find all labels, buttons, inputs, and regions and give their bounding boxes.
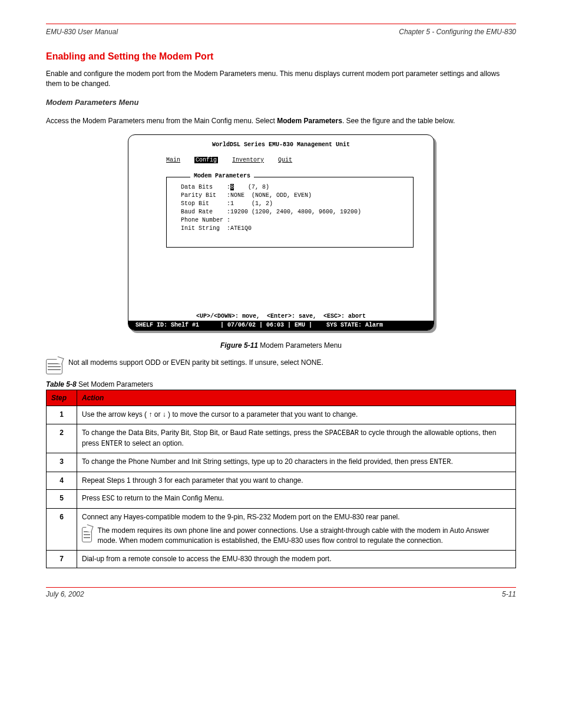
step-number: 5 <box>47 490 77 508</box>
table-row: 1Use the arrow keys ( ↑ or ↓ ) to move t… <box>47 406 516 424</box>
menu-config: Config <box>194 157 218 163</box>
footer-left: July 6, 2002 <box>46 590 84 598</box>
table-row: 5Press ESC to return to the Main Config … <box>47 490 516 508</box>
outer-note-text: Not all modems support ODD or EVEN parit… <box>68 358 323 368</box>
figure-caption-text: Modem Parameters Menu <box>260 341 342 350</box>
step-number: 3 <box>47 453 77 472</box>
terminal-title: WorldDSL Series EMU-830 Management Unit <box>137 141 425 149</box>
table-caption: Table 5-8 Set Modem Parameters <box>46 380 516 388</box>
note-icon <box>46 359 62 374</box>
step-action: To change the Data Bits, Parity Bit, Sto… <box>77 424 516 453</box>
panel-row: Stop Bit :1 (1, 2) <box>181 200 406 208</box>
table-row: 3To change the Phone Number and Init Str… <box>47 453 516 472</box>
step-number: 1 <box>47 406 77 424</box>
table-row: 7Dial-up from a remote console to access… <box>47 550 516 568</box>
intro-paragraph: Enable and configure the modem port from… <box>46 69 516 90</box>
panel-legend: Modem Parameters <box>190 173 254 179</box>
menu-quit: Quit <box>278 157 292 163</box>
terminal-menubar: Main Config Inventory Quit <box>137 150 425 170</box>
step-action: To change the Phone Number and Init Stri… <box>77 453 516 472</box>
terminal-help: <UP>/<DOWN>: move, <Enter>: save, <ESC>:… <box>137 312 425 321</box>
table-caption-label: Table 5-8 <box>46 380 78 388</box>
section-title: Enabling and Setting the Modem Port <box>46 51 516 62</box>
step-number: 4 <box>47 472 77 489</box>
footer-rule <box>46 587 516 588</box>
header-right: Chapter 5 - Configuring the EMU-830 <box>399 28 516 36</box>
page-footer: July 6, 2002 5-11 <box>46 590 516 598</box>
access-bold: Modem Parameters <box>277 117 342 125</box>
header-left: EMU-830 User Manual <box>46 28 118 36</box>
step-number: 2 <box>47 424 77 453</box>
panel-row: Init String :ATE1Q0 <box>181 225 406 233</box>
step-action: Press ESC to return to the Main Config M… <box>77 490 516 508</box>
terminal-window: WorldDSL Series EMU-830 Management Unit … <box>128 134 434 331</box>
subheading: Modem Parameters Menu <box>46 98 516 107</box>
step-action: Repeat Steps 1 through 3 for each parame… <box>77 472 516 489</box>
menu-main: Main <box>166 157 180 163</box>
figure-caption-label: Figure 5-11 <box>220 341 260 350</box>
panel-rows: Data Bits :8 (7, 8)Parity Bit :NONE (NON… <box>181 183 406 233</box>
terminal-status: SHELF ID: Shelf #1 | 07/06/02 | 06:03 | … <box>128 321 434 330</box>
note-icon <box>82 527 92 542</box>
table-row: 6Connect any Hayes-compatible modem to t… <box>47 508 516 550</box>
modem-panel: Modem Parameters Data Bits :8 (7, 8)Pari… <box>166 177 414 248</box>
header-rule <box>46 24 516 24</box>
outer-note: Not all modems support ODD or EVEN parit… <box>46 358 516 374</box>
footer-right: 5-11 <box>502 590 516 598</box>
panel-row: Data Bits :8 (7, 8) <box>181 183 406 192</box>
panel-row: Parity Bit :NONE (NONE, ODD, EVEN) <box>181 192 406 200</box>
th-action: Action <box>77 390 516 406</box>
table-caption-text: Set Modem Parameters <box>78 380 153 388</box>
table-row: 2To change the Data Bits, Parity Bit, St… <box>47 424 516 453</box>
access-prefix: Access the Modem Parameters menu from th… <box>46 117 277 125</box>
step-number: 7 <box>47 550 77 568</box>
inner-note-text: The modem requires its own phone line an… <box>98 526 511 546</box>
panel-row: Baud Rate :19200 (1200, 2400, 4800, 9600… <box>181 208 406 216</box>
step-action: Connect any Hayes-compatible modem to th… <box>77 508 516 550</box>
procedure-table: Step Action 1Use the arrow keys ( ↑ or ↓… <box>46 390 516 568</box>
step-number: 6 <box>47 508 77 550</box>
panel-row: Phone Number : <box>181 216 406 225</box>
step-action: Use the arrow keys ( ↑ or ↓ ) to move th… <box>77 406 516 424</box>
page-header: EMU-830 User Manual Chapter 5 - Configur… <box>46 28 516 36</box>
terminal-wrap: WorldDSL Series EMU-830 Management Unit … <box>46 134 516 331</box>
step-action: Dial-up from a remote console to access … <box>77 550 516 568</box>
table-row: 4Repeat Steps 1 through 3 for each param… <box>47 472 516 489</box>
figure-caption: Figure 5-11 Modem Parameters Menu <box>46 341 516 350</box>
inner-note: The modem requires its own phone line an… <box>82 526 511 546</box>
access-paragraph: Access the Modem Parameters menu from th… <box>46 116 516 126</box>
access-suffix: . See the figure and the table below. <box>342 117 455 125</box>
th-step: Step <box>47 390 77 406</box>
menu-inventory: Inventory <box>232 157 264 163</box>
